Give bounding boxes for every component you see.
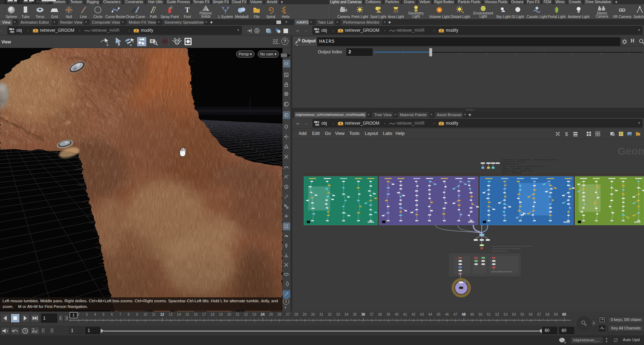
svg-text:26: 26 — [277, 313, 282, 316]
svg-text:9: 9 — [136, 313, 138, 316]
svg-text:Geom: Geom — [617, 145, 644, 157]
svg-text:39: 39 — [386, 313, 391, 316]
svg-text:8: 8 — [128, 313, 130, 316]
svg-text:55: 55 — [520, 313, 525, 316]
svg-text:ADDING SHADING ATTRIBUTES: ADDING SHADING ATTRIBUTES — [492, 271, 512, 273]
svg-text:25: 25 — [269, 313, 273, 316]
svg-text:21: 21 — [235, 313, 240, 316]
svg-text:54: 54 — [512, 313, 516, 316]
svg-text:40: 40 — [395, 313, 399, 316]
svg-text:3: 3 — [86, 313, 88, 316]
svg-text:5: 5 — [103, 313, 105, 316]
svg-text:47: 47 — [453, 313, 458, 316]
svg-text:51: 51 — [487, 313, 491, 316]
svg-text:15: 15 — [185, 313, 189, 316]
svg-text:22: 22 — [244, 313, 248, 316]
svg-text:52: 52 — [495, 313, 499, 316]
svg-text:38: 38 — [378, 313, 382, 316]
svg-text:17: 17 — [202, 313, 206, 316]
svg-text:41: 41 — [403, 313, 407, 316]
svg-text:50: 50 — [479, 313, 483, 316]
svg-text:34: 34 — [345, 313, 349, 316]
svg-text:31: 31 — [319, 313, 323, 316]
svg-text:12: 12 — [160, 313, 164, 316]
svg-text:14: 14 — [177, 313, 181, 316]
svg-text:28: 28 — [294, 313, 298, 316]
svg-text:37: 37 — [370, 313, 374, 316]
svg-text:10: 10 — [144, 313, 148, 316]
svg-text:32: 32 — [328, 313, 332, 316]
svg-text:59: 59 — [554, 313, 558, 316]
svg-text:35: 35 — [353, 313, 357, 316]
svg-text:60: 60 — [562, 313, 567, 316]
svg-text:56: 56 — [529, 313, 533, 316]
svg-text:49: 49 — [470, 313, 474, 316]
svg-text:57: 57 — [537, 313, 541, 316]
svg-text:20: 20 — [227, 313, 232, 316]
svg-text:16: 16 — [194, 313, 198, 316]
svg-text:4: 4 — [94, 313, 96, 316]
svg-text:53: 53 — [504, 313, 508, 316]
svg-text:33: 33 — [336, 313, 340, 316]
svg-text:30: 30 — [311, 313, 315, 316]
svg-text:43: 43 — [420, 313, 424, 316]
svg-text:18: 18 — [210, 313, 215, 316]
svg-text:23: 23 — [252, 313, 257, 316]
svg-text:27: 27 — [286, 313, 290, 316]
svg-text:42: 42 — [411, 313, 416, 316]
svg-text:58: 58 — [545, 313, 550, 316]
svg-text:46: 46 — [445, 313, 449, 316]
svg-text:2: 2 — [77, 313, 80, 316]
svg-text:48: 48 — [462, 313, 466, 316]
svg-text:24: 24 — [261, 313, 265, 316]
svg-text:T: T — [185, 6, 190, 14]
svg-text:13: 13 — [169, 313, 173, 316]
svg-text:29: 29 — [303, 313, 307, 316]
svg-text:36: 36 — [361, 313, 365, 316]
svg-text:11: 11 — [152, 313, 156, 316]
svg-text:6: 6 — [111, 313, 113, 316]
svg-text:45: 45 — [437, 313, 441, 316]
svg-text:44: 44 — [428, 313, 433, 316]
svg-text:7: 7 — [119, 313, 121, 316]
svg-text:19: 19 — [219, 313, 223, 316]
